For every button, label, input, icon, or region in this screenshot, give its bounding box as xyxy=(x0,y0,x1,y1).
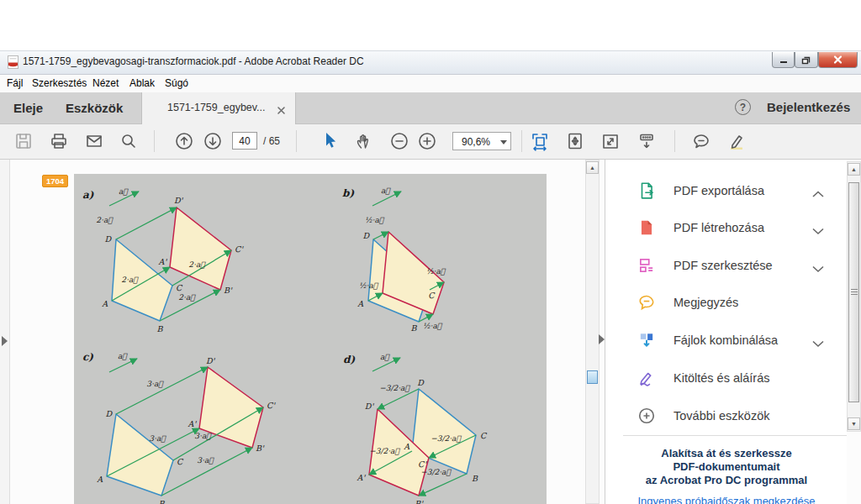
diagram-label: A xyxy=(403,442,410,451)
toolbar-separator xyxy=(521,130,522,152)
export-pdf-icon xyxy=(637,181,656,200)
diagram-label: B xyxy=(472,474,478,483)
geometry-diagrams: a)a⃗2·a⃗2·a⃗2·a⃗2·a⃗ABCDA'B'C'D'b)a⃗½·a⃗… xyxy=(74,174,547,504)
panel-toggle-icon[interactable] xyxy=(599,334,605,344)
scroll-down-icon[interactable]: ▼ xyxy=(848,417,860,430)
vector-a-arrow xyxy=(109,359,137,372)
next-page-icon[interactable] xyxy=(203,131,223,151)
fit-page-icon[interactable] xyxy=(565,131,585,151)
diagram-label: 2·a⃗ xyxy=(121,276,139,284)
zoom-level-value: 90,6% xyxy=(462,136,490,148)
free-trial-link[interactable]: Ingyenes próbaidőszak megkezdése xyxy=(614,495,839,504)
navigation-pane-strip[interactable] xyxy=(0,160,10,504)
menu-view[interactable]: Nézet xyxy=(92,77,119,89)
full-screen-icon[interactable] xyxy=(600,131,621,151)
scroll-up-icon[interactable]: ▲ xyxy=(586,161,599,174)
minimize-button[interactable] xyxy=(772,52,795,68)
dock-toolbar-icon[interactable] xyxy=(637,131,657,151)
diagram-label: C' xyxy=(418,459,427,469)
promo-line: az Acrobat Pro DC programmal xyxy=(614,474,839,487)
diagram-label: a) xyxy=(82,189,94,201)
close-button[interactable] xyxy=(818,52,858,68)
edit-pdf-icon xyxy=(637,256,656,275)
email-icon[interactable] xyxy=(84,131,104,151)
document-area: 1704 a)a⃗2·a⃗2·a⃗2·a⃗2·a⃗ABCDA'B'C'D'b)a… xyxy=(10,160,585,504)
print-icon[interactable] xyxy=(49,131,69,151)
scroll-up-icon[interactable]: ▲ xyxy=(848,163,860,176)
panel-item-comment[interactable]: Megjegyzés xyxy=(605,290,848,317)
chevron-up-icon xyxy=(812,186,824,194)
quad-translated xyxy=(170,207,231,290)
zoom-in-icon[interactable] xyxy=(417,131,437,151)
zoom-level-dropdown[interactable]: 90,6% xyxy=(452,132,511,150)
diagram-label: D' xyxy=(174,196,184,205)
diagram-label: D' xyxy=(365,402,375,411)
toolbar-separator xyxy=(154,130,155,152)
diagram-label: B xyxy=(157,324,164,333)
diagram-label: a⃗ xyxy=(381,186,391,195)
menu-edit[interactable]: Szerkesztés xyxy=(32,77,87,89)
diagram-label: 3·a⃗ xyxy=(194,432,212,440)
minimize-icon xyxy=(778,55,790,65)
chevron-down-icon xyxy=(812,223,824,231)
panel-item-fill-sign[interactable]: Kitöltés és aláírás xyxy=(605,365,848,392)
panel-item-combine-files[interactable]: Fájlok kombinálása xyxy=(605,328,848,354)
exercise-number-badge: 1704 xyxy=(42,175,68,187)
diagram-label: C xyxy=(480,431,488,440)
diagram-label: a⃗ xyxy=(118,352,128,360)
diagram-label: 2·a⃗ xyxy=(178,293,196,302)
window-title: 1571-1759_egybevagosagi-transzformaciok.… xyxy=(23,55,364,67)
tab-document[interactable]: 1571-1759_egybev... xyxy=(141,92,296,124)
panel-item-more-tools[interactable]: További eszközök xyxy=(605,403,848,430)
tab-tools[interactable]: Eszközök xyxy=(66,101,123,115)
panel-item-export-pdf[interactable]: PDF exportálása xyxy=(605,178,848,205)
diagram-label: A xyxy=(357,299,364,308)
diagram-label: C xyxy=(176,283,183,292)
diagram-label: 3·a⃗ xyxy=(146,380,164,388)
diagram-label: −3/2·a⃗ xyxy=(369,447,400,455)
promo-line: Alakítsa át és szerkessze xyxy=(614,447,839,460)
highlighter-tool-icon[interactable] xyxy=(726,131,747,151)
document-scrollbar[interactable]: ▲ xyxy=(585,160,600,504)
menu-help[interactable]: Súgó xyxy=(165,77,188,89)
comment-tool-icon[interactable] xyxy=(691,131,711,151)
menu-window[interactable]: Ablak xyxy=(129,77,155,89)
chevron-down-icon xyxy=(500,140,507,144)
diagram-label: a⃗ xyxy=(380,353,390,361)
tab-close-icon[interactable] xyxy=(277,103,287,113)
panel-item-create-pdf[interactable]: PDF létrehozása xyxy=(605,215,848,242)
pdf-file-icon xyxy=(7,55,19,70)
panel-scrollbar-thumb[interactable] xyxy=(848,182,859,402)
promo-line: PDF-dokumentumait xyxy=(614,460,839,474)
nav-pane-toggle-icon[interactable] xyxy=(2,336,8,346)
document-scrollbar-thumb[interactable] xyxy=(587,370,598,384)
search-icon[interactable] xyxy=(119,131,139,151)
restore-button[interactable] xyxy=(795,52,818,68)
tab-home[interactable]: Eleje xyxy=(13,101,43,115)
previous-page-icon[interactable] xyxy=(174,131,194,151)
diagram-label: D xyxy=(105,409,113,418)
diagram-c: c)a⃗3·a⃗3·a⃗3·a⃗3·a⃗ABCDA'B'C'D' xyxy=(82,351,276,504)
divider xyxy=(623,435,847,436)
panel-scrollbar[interactable]: ▲ ▼ xyxy=(847,161,861,432)
panel-item-label: PDF létrehozása xyxy=(673,221,764,234)
diagram-label: C xyxy=(177,457,184,466)
diagram-label: D xyxy=(362,231,370,240)
diagram-label: D xyxy=(104,234,112,244)
diagram-label: ½·a⃗ xyxy=(359,281,379,290)
help-icon[interactable]: ? xyxy=(735,99,751,115)
zoom-out-icon[interactable] xyxy=(389,131,409,151)
select-tool-icon[interactable] xyxy=(320,131,340,151)
diagram-label: B' xyxy=(256,444,265,453)
diagram-a: a)a⃗2·a⃗2·a⃗2·a⃗2·a⃗ABCDA'B'C'D' xyxy=(82,187,244,333)
page-number-input[interactable] xyxy=(232,132,257,150)
sign-in-button[interactable]: Bejelentkezés xyxy=(767,100,850,114)
thumb-grip xyxy=(851,289,858,290)
page-total-label: / 65 xyxy=(263,135,280,147)
hand-tool-icon[interactable] xyxy=(353,131,373,151)
panel-item-edit-pdf[interactable]: PDF szerkesztése xyxy=(605,253,848,280)
scrolling-mode-icon[interactable] xyxy=(530,131,550,151)
diagram-label: A' xyxy=(188,419,198,428)
save-icon[interactable] xyxy=(13,131,34,151)
menu-file[interactable]: Fájl xyxy=(7,77,23,89)
